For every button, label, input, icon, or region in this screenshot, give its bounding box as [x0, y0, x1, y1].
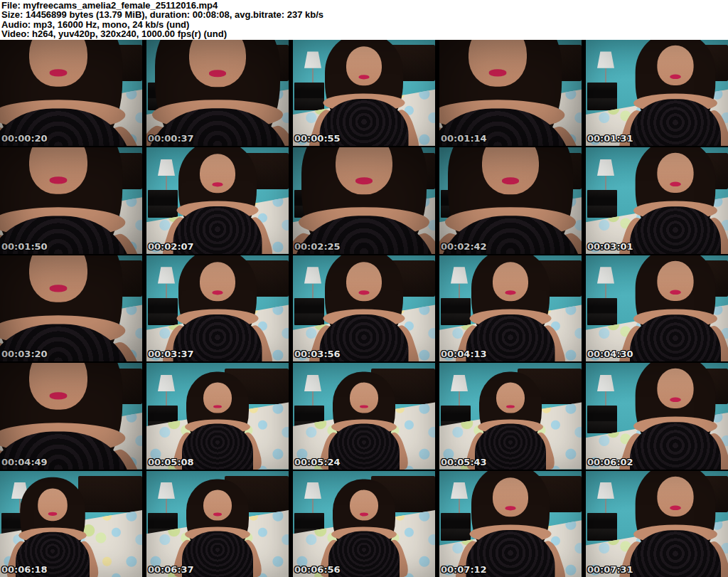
face-shape [350, 382, 378, 413]
thumbnail-scene: 00:06:18 [0, 471, 142, 577]
person-silhouette [0, 255, 142, 361]
person-silhouette [146, 147, 289, 253]
face-shape [200, 262, 235, 300]
lips-shape [670, 290, 681, 295]
thumbnail-grid: 00:00:20 00:00:37 [0, 40, 728, 577]
thumbnail-scene: 00:02:42 [439, 147, 582, 253]
video-thumbnail: 00:01:14 [439, 40, 582, 146]
timestamp-label: 00:04:13 [441, 349, 487, 359]
lips-shape [212, 183, 223, 187]
video-thumbnail: 00:01:31 [586, 40, 728, 146]
lips-shape [213, 405, 223, 408]
person-silhouette [586, 40, 728, 146]
person-silhouette [293, 147, 435, 253]
lips-shape [360, 513, 369, 517]
face-shape [493, 262, 528, 300]
lips-shape [208, 70, 227, 78]
thumbnail-scene: 00:01:50 [0, 147, 142, 253]
video-thumbnail: 00:05:08 [146, 363, 289, 469]
thumbnail-scene: 00:04:13 [439, 255, 582, 361]
thumbnail-scene: 00:07:31 [586, 471, 728, 577]
timestamp-label: 00:01:31 [587, 133, 633, 144]
face-shape [657, 154, 693, 193]
timestamp-label: 00:00:20 [1, 133, 48, 144]
timestamp-label: 00:03:20 [1, 349, 48, 359]
video-thumbnail: 00:05:43 [439, 363, 582, 469]
thumbnail-scene: 00:05:43 [439, 363, 582, 469]
person-silhouette [439, 371, 582, 470]
timestamp-label: 00:06:56 [294, 564, 341, 575]
face-shape [346, 47, 382, 85]
video-thumbnail: 00:06:37 [146, 471, 289, 577]
face-shape [657, 46, 693, 85]
timestamp-label: 00:01:50 [1, 241, 48, 252]
face-shape [203, 382, 232, 413]
thumbnail-scene: 00:00:20 [0, 40, 142, 146]
timestamp-label: 00:05:43 [441, 457, 487, 467]
face-shape [346, 262, 382, 300]
face-shape [496, 382, 525, 413]
video-thumbnail: 00:06:56 [293, 471, 435, 577]
metadata-header: File: myfreecams_amelia2_female_25112016… [0, 0, 728, 40]
thumbnail-scene: 00:01:31 [586, 40, 728, 146]
person-silhouette [0, 476, 127, 577]
face-shape [657, 261, 693, 300]
person-silhouette [586, 471, 728, 577]
timestamp-label: 00:01:14 [441, 133, 487, 144]
video-thumbnail: 00:03:37 [146, 255, 289, 361]
face-shape [38, 488, 68, 520]
video-thumbnail: 00:03:01 [586, 147, 728, 253]
timestamp-label: 00:06:37 [148, 564, 194, 575]
video-thumbnail: 00:02:42 [439, 147, 582, 253]
timestamp-label: 00:03:37 [148, 349, 194, 359]
person-silhouette [439, 471, 582, 577]
lips-shape [360, 405, 369, 408]
lips-shape [488, 70, 507, 77]
face-shape [350, 489, 378, 520]
person-silhouette [146, 255, 289, 361]
lips-shape [49, 70, 68, 77]
timestamp-label: 00:04:30 [587, 349, 633, 359]
face-shape [493, 477, 528, 516]
person-silhouette [586, 255, 728, 361]
thumbnail-scene: 00:00:37 [146, 40, 289, 146]
video-thumbnail: 00:07:12 [439, 471, 582, 577]
lips-shape [48, 512, 57, 516]
person-silhouette [293, 478, 435, 577]
thumbnail-scene: 00:02:25 [293, 147, 435, 253]
timestamp-label: 00:02:25 [294, 241, 341, 252]
lips-shape [670, 506, 681, 510]
timestamp-label: 00:07:12 [441, 564, 487, 575]
meta-size-line: Size: 14456899 bytes (13.79 MiB), durati… [1, 10, 728, 19]
video-thumbnail: 00:06:02 [586, 363, 728, 469]
lips-shape [505, 291, 516, 295]
person-silhouette [439, 147, 582, 253]
video-thumbnail: 00:07:31 [586, 471, 728, 577]
timestamp-label: 00:02:07 [148, 241, 194, 252]
person-silhouette [586, 147, 728, 253]
timestamp-label: 00:07:31 [587, 564, 633, 575]
meta-video-line: Video: h264, yuv420p, 320x240, 1000.00 f… [1, 29, 728, 38]
thumbnail-scene: 00:03:37 [146, 255, 289, 361]
face-shape [203, 489, 232, 520]
lips-shape [506, 405, 515, 408]
video-thumbnail: 00:02:25 [293, 147, 435, 253]
thumbnail-scene: 00:04:49 [0, 363, 142, 469]
timestamp-label: 00:03:01 [587, 241, 633, 252]
video-thumbnail: 00:01:50 [0, 147, 142, 253]
person-silhouette [439, 40, 582, 146]
face-shape [200, 154, 235, 193]
thumbnail-scene: 00:03:56 [293, 255, 435, 361]
lips-shape [358, 75, 370, 80]
timestamp-label: 00:04:49 [1, 457, 48, 467]
lips-shape [670, 75, 681, 79]
video-thumbnail: 00:00:20 [0, 40, 142, 146]
lips-shape [501, 179, 520, 186]
video-contact-sheet: File: myfreecams_amelia2_female_25112016… [0, 0, 728, 577]
thumbnail-scene: 00:07:12 [439, 471, 582, 577]
timestamp-label: 00:00:55 [294, 133, 341, 144]
video-thumbnail: 00:04:30 [586, 255, 728, 361]
person-silhouette [146, 40, 289, 146]
person-silhouette [146, 478, 289, 577]
thumbnail-scene: 00:06:37 [146, 471, 289, 577]
